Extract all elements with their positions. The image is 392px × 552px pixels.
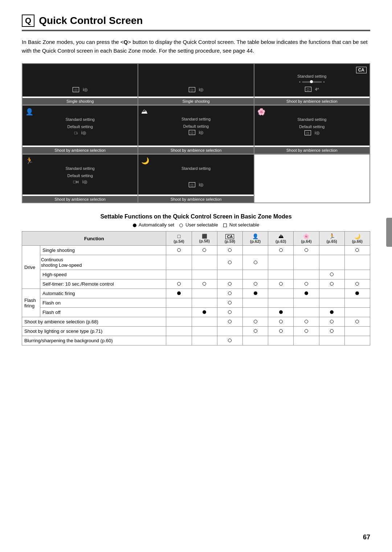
v-night-self [344, 279, 370, 289]
mode-auto-label: Single shooting [23, 98, 138, 105]
ca-standard-label: Standard setting [257, 74, 367, 78]
mode-cell-auto: □ i◎ Single shooting [22, 64, 138, 105]
sports-mode-icon: 🏃 [25, 157, 33, 165]
night-label: Shoot by ambience selection [138, 196, 253, 203]
v-portrait-low [242, 255, 268, 270]
closeup-drive-icon: □ [305, 130, 311, 135]
mode-cell-empty [254, 154, 370, 203]
col-auto: □ (p.54) [166, 232, 192, 246]
v-auto-high [166, 270, 192, 279]
col-portrait: 👤 (p.62) [242, 232, 268, 246]
v-portrait-foff [242, 308, 268, 317]
v-portrait-blur [242, 336, 268, 345]
v-sports-fauto [319, 289, 344, 298]
v-ca-high [192, 270, 217, 279]
v-sports-light [319, 327, 344, 336]
row-high-speed: High-speed [22, 270, 370, 279]
v-auto-amb [166, 317, 192, 327]
v-ca-self [192, 279, 217, 289]
v-landscape-high [268, 270, 294, 279]
v-auto-self [166, 279, 192, 289]
function-header: Function [22, 232, 166, 246]
page-title-section: Q Quick Control Screen [22, 15, 370, 31]
sports-standard-label: Standard setting [25, 166, 135, 171]
v-auto-fon [166, 298, 192, 308]
v-closeup-fauto [294, 289, 319, 298]
single-shooting-label: Single shooting [40, 246, 166, 255]
night-drive-icon: □ [189, 182, 195, 187]
function-table: Function □ (p.54) ⬛ (p.58) CA (p.59) 👤 (… [22, 231, 370, 345]
v-sports-amb [319, 317, 344, 327]
square-legend-icon [223, 224, 227, 227]
v-night-light [344, 327, 370, 336]
closeup-label: Shoot by ambience selection [254, 147, 369, 154]
v-auto-blur [166, 336, 192, 345]
mode-cell-creative-auto: □ i◎ Single shooting [138, 64, 254, 105]
ambience-label: Shoot by ambience selection (p.68) [22, 317, 166, 327]
slider-track [302, 81, 322, 83]
portrait-mode-icon: 👤 [25, 108, 33, 116]
v-night-foff [344, 308, 370, 317]
landscape-drive-icon: □ [189, 130, 195, 135]
v-ca-low [192, 255, 217, 270]
v-closeup-low [294, 255, 319, 270]
v-portrait-high [242, 270, 268, 279]
mode-grid-row3: 🏃 Standard setting Default setting □ʜ i◎… [22, 154, 370, 203]
v-night-single [344, 246, 370, 255]
v-closeup-fon [294, 298, 319, 308]
sports-drive-icon: □ʜ [73, 179, 79, 184]
v-landscape-fauto [268, 289, 294, 298]
v-landscape-amb [268, 317, 294, 327]
v-sports-low [319, 255, 344, 270]
portrait-af-icon: i◎ [81, 130, 86, 135]
v-auto-foff [166, 308, 192, 317]
v-closeup-high [294, 270, 319, 279]
v-landscape-fon [268, 298, 294, 308]
mode-cell-portrait: 👤 Standard setting Default setting □ᵢ i◎… [22, 105, 138, 154]
ca-flash-icon: 4ᴬ [315, 87, 319, 92]
mode-grid-row1: □ i◎ Single shooting □ i◎ Single shootin… [22, 63, 370, 105]
v-portrait-single [242, 246, 268, 255]
night-af-icon: i◎ [199, 182, 204, 187]
v-portrait-fon [242, 298, 268, 308]
row-lighting: Shoot by lighting or scene type (p.71) [22, 327, 370, 336]
v-ca2-self [217, 279, 242, 289]
landscape-mode-icon: ⛰ [141, 108, 148, 115]
side-tab [386, 218, 392, 247]
lighting-label: Shoot by lighting or scene type (p.71) [22, 327, 166, 336]
v-sports-single [319, 246, 344, 255]
col-ca2: CA (p.59) [217, 232, 242, 246]
v-ca2-light [217, 327, 242, 336]
mode-cell-sports: 🏃 Standard setting Default setting □ʜ i◎… [22, 154, 138, 203]
col-sports: 🏃 (p.65) [319, 232, 344, 246]
v-ca-blur [192, 336, 217, 345]
ca-drive-icon: □ [189, 87, 195, 92]
v-landscape-foff [268, 308, 294, 317]
v-ca2-blur [217, 336, 242, 345]
self-timer-label: Self-timer: 10 sec./Remote control [40, 279, 166, 289]
mode-grid-row2: 👤 Standard setting Default setting □ᵢ i◎… [22, 105, 370, 154]
portrait-label: Shoot by ambience selection [23, 147, 138, 154]
v-portrait-self [242, 279, 268, 289]
slider-right-icon: ▪ [323, 80, 325, 84]
high-speed-label: High-speed [40, 270, 166, 279]
portrait-default-label: Default setting [25, 124, 135, 129]
v-closeup-light [294, 327, 319, 336]
v-ca-amb [192, 317, 217, 327]
flash-auto-label: Automatic firing [40, 289, 166, 298]
portrait-standard-label: Standard setting [25, 117, 135, 122]
blur-label: Blurring/sharpening the background (p.60… [22, 336, 166, 345]
night-standard-label: Standard setting [141, 166, 250, 171]
page-heading: Quick Control Screen [39, 15, 143, 26]
v-sports-foff [319, 308, 344, 317]
v-night-high [344, 270, 370, 279]
row-flash-on: Flash on [22, 298, 370, 308]
v-ca2-high [217, 270, 242, 279]
v-portrait-amb [242, 317, 268, 327]
row-self-timer: Self-timer: 10 sec./Remote control [22, 279, 370, 289]
v-landscape-blur [268, 336, 294, 345]
v-ca-fon [192, 298, 217, 308]
v-landscape-low [268, 255, 294, 270]
v-sports-self [319, 279, 344, 289]
v-night-amb [344, 317, 370, 327]
